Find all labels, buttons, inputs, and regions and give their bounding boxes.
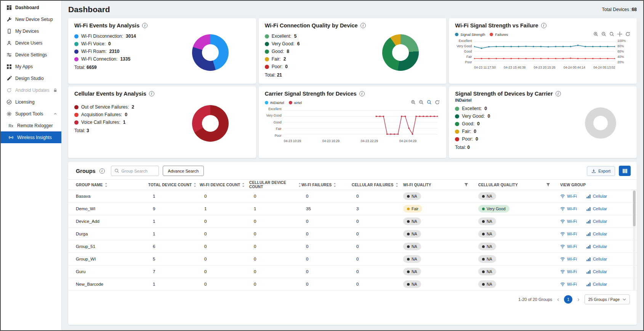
sidebar-item-android-updates[interactable]: Android Updates	[1, 84, 61, 96]
sort-icon[interactable]	[193, 183, 197, 187]
carrier-strength-donut-chart[interactable]	[585, 107, 616, 139]
cellular-quality-cell: NA	[478, 255, 560, 263]
legend-item-signal-strength[interactable]: Signal Strength	[455, 32, 485, 37]
legend-item: Poor:0	[265, 64, 383, 69]
view-cellular-link[interactable]: Cellular	[586, 269, 607, 274]
legend-value: 0	[108, 41, 111, 46]
selection-zoom-icon[interactable]	[427, 100, 432, 105]
view-wifi-link[interactable]: Wi-Fi	[560, 282, 577, 287]
zoom-in-icon[interactable]	[593, 32, 599, 37]
sidebar-item-design-studio[interactable]: Design Studio	[1, 72, 61, 84]
sidebar-item-label: Support Tools	[15, 111, 43, 117]
sidebar-item-licensing[interactable]: Licensing	[1, 96, 61, 108]
page-size-select[interactable]: 25 Groups / Page	[585, 294, 630, 304]
sidebar-item-my-devices[interactable]: My Devices	[1, 25, 61, 37]
next-page-chevron[interactable]: ›	[577, 296, 579, 302]
sort-icon[interactable]	[333, 183, 336, 187]
column-header-cellular-failures[interactable]: CELLULAR FAILURES	[352, 183, 403, 187]
info-icon[interactable]: i	[149, 91, 154, 96]
columns-button[interactable]	[619, 166, 631, 176]
column-header-wifi-failures[interactable]: WI-FI FAILURES	[301, 183, 352, 187]
sidebar-item-device-users[interactable]: Device Users	[1, 37, 61, 49]
sort-icon[interactable]	[395, 183, 399, 187]
filter-icon[interactable]	[546, 183, 550, 187]
zoom-out-icon[interactable]	[601, 32, 607, 37]
view-wifi-link[interactable]: Wi-Fi	[560, 232, 577, 237]
view-cellular-link[interactable]: Cellular	[586, 257, 607, 262]
wifi-failures-cell: 0	[301, 257, 352, 261]
cellular-quality-cell: NA	[478, 268, 560, 275]
column-header-total-device-count[interactable]: TOTAL DEVICE COUNT	[148, 183, 200, 187]
wifi-quality-donut-chart[interactable]	[382, 34, 419, 71]
view-cellular-link[interactable]: Cellular	[586, 206, 607, 211]
total-device-count-cell: 1	[148, 232, 200, 236]
info-icon[interactable]: i	[142, 23, 147, 28]
sidebar-item-my-apps[interactable]: My Apps	[1, 61, 61, 72]
export-button[interactable]: Export	[587, 166, 615, 176]
status-dot	[482, 245, 485, 248]
sort-icon[interactable]	[242, 183, 245, 187]
view-cellular-link[interactable]: Cellular	[586, 194, 607, 199]
column-header-wifi-device-count[interactable]: WI-FI DEVICE COUNT	[200, 183, 249, 187]
signal-failure-line-chart[interactable]	[474, 39, 615, 64]
reset-zoom-icon[interactable]	[435, 100, 440, 105]
info-icon[interactable]: i	[556, 91, 561, 96]
view-cellular-link[interactable]: Cellular	[586, 219, 607, 224]
advance-search-button[interactable]: Advance Search	[163, 166, 204, 176]
cellular-quality-badge: NA	[478, 230, 496, 238]
sidebar-item-support-tools[interactable]: Support Tools	[1, 108, 61, 120]
previous-page-chevron[interactable]: ‹	[557, 296, 559, 302]
zoom-out-icon[interactable]	[419, 100, 424, 105]
view-wifi-link[interactable]: Wi-Fi	[560, 257, 577, 262]
scrollbar-thumb[interactable]	[633, 190, 636, 226]
wifi-device-count-cell: 1	[200, 206, 249, 211]
info-icon[interactable]: i	[99, 168, 105, 174]
legend-value: 0	[125, 112, 127, 117]
sidebar-item-wireless-insights[interactable]: Wireless Insights	[1, 131, 61, 143]
sidebar-item-dashboard[interactable]: Dashboard	[1, 2, 61, 13]
view-cellular-link[interactable]: Cellular	[586, 232, 607, 237]
legend-label: Excellent:	[462, 106, 482, 111]
selection-zoom-icon[interactable]	[609, 32, 615, 37]
info-icon[interactable]: i	[541, 23, 546, 28]
cellular-events-donut-chart[interactable]	[192, 105, 229, 142]
legend-item-indairtel[interactable]: INDairtel	[265, 101, 284, 105]
column-header-view-group: VIEW GROUP	[560, 183, 631, 187]
reset-zoom-icon[interactable]	[625, 32, 631, 37]
zoom-in-icon[interactable]	[411, 100, 416, 105]
carrier-signal-line-chart[interactable]	[284, 107, 438, 137]
view-wifi-link[interactable]: Wi-Fi	[560, 244, 577, 249]
column-header-wifi-quality[interactable]: WI-FI QUALITY	[403, 183, 478, 187]
sidebar-item-remote-rxlogger[interactable]: Rx Remote Rxlogger	[1, 120, 61, 131]
cellular-bars-icon	[586, 269, 591, 274]
cellular-quality-badge: NA	[478, 280, 496, 288]
info-icon[interactable]: i	[359, 91, 365, 96]
view-wifi-link[interactable]: Wi-Fi	[560, 269, 577, 274]
sidebar-item-device-settings[interactable]: Device Settings	[1, 49, 61, 61]
group-search-input[interactable]	[122, 169, 155, 173]
legend-item-airtel[interactable]: airtel	[289, 101, 302, 105]
legend-item-failures[interactable]: Failures	[490, 32, 508, 37]
column-header-group-name[interactable]: GROUP NAME	[76, 183, 148, 187]
view-cellular-link[interactable]: Cellular	[586, 282, 607, 287]
column-header-cellular-quality[interactable]: CELLULAR QUALITY	[478, 183, 560, 187]
filter-icon[interactable]	[464, 183, 468, 187]
sort-icon[interactable]	[298, 183, 301, 187]
legend-item: Wi-Fi Roam:2310	[74, 49, 192, 54]
view-wifi-link[interactable]: Wi-Fi	[560, 219, 577, 224]
sidebar-item-label: Wireless Insights	[17, 135, 52, 140]
badge-label: NA	[487, 219, 492, 224]
view-cellular-link[interactable]: Cellular	[586, 244, 607, 249]
wifi-events-donut-chart[interactable]	[192, 34, 229, 71]
chevron-up-icon[interactable]	[53, 112, 58, 116]
table-scrollbar[interactable]	[633, 190, 636, 291]
column-header-cellular-device-count[interactable]: CELLULAR DEVICE COUNT	[249, 181, 301, 189]
view-wifi-link[interactable]: Wi-Fi	[560, 206, 577, 211]
info-icon[interactable]: i	[360, 23, 366, 28]
sidebar-item-new-device-setup[interactable]: New Device Setup	[1, 13, 61, 25]
sort-icon[interactable]	[104, 183, 108, 187]
current-page-button[interactable]: 1	[564, 295, 572, 304]
pan-icon[interactable]	[617, 32, 623, 37]
sidebar-item-label: Android Updates	[15, 88, 49, 93]
view-wifi-link[interactable]: Wi-Fi	[560, 194, 577, 199]
